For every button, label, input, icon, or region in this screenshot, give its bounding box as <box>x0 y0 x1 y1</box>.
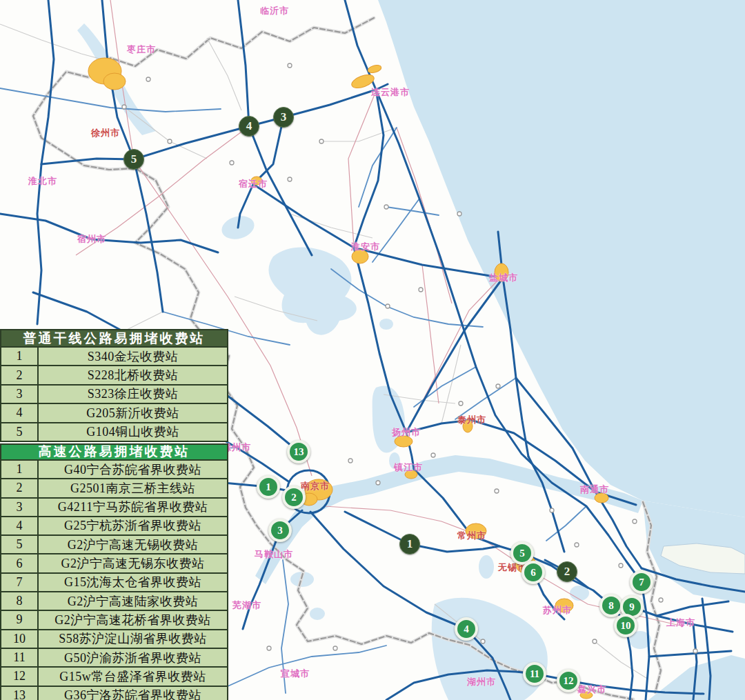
row-number: 2 <box>1 366 39 383</box>
toll-station-name: G25宁杭苏浙省界收费站 <box>39 517 227 534</box>
row-number: 4 <box>1 517 39 534</box>
trunk-road-section-title: 普通干线公路易拥堵收费站 <box>1 330 227 348</box>
table-row: 10S58苏沪淀山湖省界收费站 <box>1 630 227 649</box>
toll-station-name: S323徐庄收费站 <box>39 386 227 403</box>
toll-station-name: G40宁合苏皖省界收费站 <box>39 461 227 478</box>
toll-station-name: G205新沂收费站 <box>39 404 227 421</box>
row-number: 13 <box>1 687 39 700</box>
toll-station-name: G2沪宁高速花桥省界收费站 <box>39 611 227 628</box>
toll-station-name: G2沪宁高速无锡东收费站 <box>39 554 227 572</box>
toll-table-section1-rows: 1S340金坛收费站2S228北桥收费站3S323徐庄收费站4G205新沂收费站… <box>1 348 227 442</box>
table-row: 7G15沈海太仓省界收费站 <box>1 574 227 592</box>
row-number: 12 <box>1 668 39 685</box>
toll-station-name: G15w常台盛泽省界收费站 <box>39 668 227 685</box>
table-row: 5G104铜山收费站 <box>1 423 227 442</box>
trunk-road-section: 普通干线公路易拥堵收费站 1S340金坛收费站2S228北桥收费站3S323徐庄… <box>0 329 228 442</box>
row-number: 7 <box>1 574 39 591</box>
row-number: 2 <box>1 479 39 497</box>
row-number: 5 <box>1 423 39 441</box>
toll-station-name: G50沪渝苏浙省界收费站 <box>39 649 227 666</box>
table-row: 5G2沪宁高速无锡收费站 <box>1 536 227 554</box>
table-row: 9G2沪宁高速花桥省界收费站 <box>1 611 227 630</box>
row-number: 8 <box>1 592 39 610</box>
row-number: 5 <box>1 536 39 553</box>
row-number: 3 <box>1 386 39 403</box>
row-number: 4 <box>1 404 39 421</box>
toll-table-section2-rows: 1G40宁合苏皖省界收费站2G2501南京三桥主线站3G4211宁马苏皖省界收费… <box>1 461 227 700</box>
row-number: 9 <box>1 611 39 628</box>
toll-station-name: S228北桥收费站 <box>39 366 227 383</box>
row-number: 10 <box>1 630 39 648</box>
toll-station-name: G15沈海太仓省界收费站 <box>39 574 227 591</box>
toll-station-name: G2501南京三桥主线站 <box>39 479 227 497</box>
table-row: 13G36宁洛苏皖省界收费站 <box>1 687 227 700</box>
toll-station-name: G4211宁马苏皖省界收费站 <box>39 499 227 516</box>
table-row: 4G25宁杭苏浙省界收费站 <box>1 517 227 536</box>
table-row: 6G2沪宁高速无锡东收费站 <box>1 554 227 573</box>
table-row: 4G205新沂收费站 <box>1 404 227 423</box>
row-number: 11 <box>1 649 39 666</box>
table-row: 1G40宁合苏皖省界收费站 <box>1 461 227 479</box>
toll-station-table: 普通干线公路易拥堵收费站 1S340金坛收费站2S228北桥收费站3S323徐庄… <box>0 329 228 700</box>
table-row: 2G2501南京三桥主线站 <box>1 479 227 498</box>
toll-station-name: G36宁洛苏皖省界收费站 <box>39 687 227 700</box>
toll-station-name: S58苏沪淀山湖省界收费站 <box>39 630 227 648</box>
toll-station-name: S340金坛收费站 <box>39 348 227 365</box>
table-row: 11G50沪渝苏浙省界收费站 <box>1 649 227 668</box>
expressway-section: 高速公路易拥堵收费站 1G40宁合苏皖省界收费站2G2501南京三桥主线站3G4… <box>0 443 228 700</box>
table-row: 1S340金坛收费站 <box>1 348 227 366</box>
toll-station-name: G104铜山收费站 <box>39 423 227 441</box>
table-row: 3G4211宁马苏皖省界收费站 <box>1 499 227 517</box>
toll-station-name: G2沪宁高速陆家收费站 <box>39 592 227 610</box>
row-number: 6 <box>1 554 39 572</box>
expressway-section-title: 高速公路易拥堵收费站 <box>1 445 227 461</box>
table-row: 8G2沪宁高速陆家收费站 <box>1 592 227 611</box>
row-number: 1 <box>1 461 39 478</box>
row-number: 3 <box>1 499 39 516</box>
map-infographic: 临沂市枣庄市连云港市徐州市淮北市宿州市宿迁市淮安市盐城市扬州市泰州市镇江市南京市… <box>0 0 745 700</box>
toll-station-name: G2沪宁高速无锡收费站 <box>39 536 227 553</box>
table-row: 2S228北桥收费站 <box>1 366 227 385</box>
row-number: 1 <box>1 348 39 365</box>
table-row: 12G15w常台盛泽省界收费站 <box>1 668 227 686</box>
table-row: 3S323徐庄收费站 <box>1 386 227 404</box>
